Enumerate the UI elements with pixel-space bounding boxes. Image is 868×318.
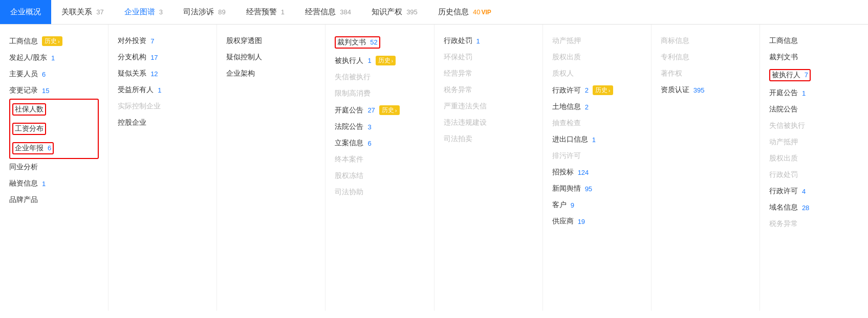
item-count: 52 — [370, 38, 377, 46]
tab-relation[interactable]: 关联关系 37 — [51, 0, 114, 24]
menu-item-bizinfo-col-4[interactable]: 土地信息 2 — [552, 99, 642, 115]
menu-item-judicial-col-5[interactable]: 法院公告 3 — [335, 119, 424, 135]
item-label: 工商信息 — [769, 36, 798, 46]
item-label: 行政许可 — [769, 187, 798, 196]
menu-item-history-col-2[interactable]: 被执行人 7 — [769, 65, 859, 85]
menu-item-relation-col-4: 实际控制企业 — [118, 98, 207, 115]
menu-item-graph-col-1[interactable]: 疑似控制人 — [226, 49, 316, 65]
item-label: 立案信息 — [335, 139, 363, 148]
menu-item-graph-col-2[interactable]: 企业架构 — [226, 65, 316, 82]
menu-item-history-col-10[interactable]: 域名信息 28 — [769, 199, 859, 216]
item-count: 6 — [367, 140, 371, 147]
item-count: 1 — [802, 89, 806, 97]
tab-graph[interactable]: 企业图谱 3 — [114, 0, 173, 24]
history-badge[interactable]: 历史› — [379, 105, 400, 115]
item-count: 7 — [150, 37, 154, 45]
item-label: 失信被执行 — [769, 121, 805, 130]
history-badge[interactable]: 历史› — [376, 56, 396, 65]
menu-item-overview-6[interactable]: 企业年报 6 — [12, 139, 96, 158]
item-label: 资质认证 — [661, 85, 689, 95]
history-badge[interactable]: 历史› — [42, 36, 62, 46]
tab-judicial[interactable]: 司法涉诉 89 — [173, 0, 236, 24]
item-label: 实际控制企业 — [118, 102, 161, 111]
menu-item-relation-col-0[interactable]: 对外投资 7 — [118, 33, 207, 49]
menu-item-judicial-col-6[interactable]: 立案信息 6 — [335, 135, 424, 151]
menu-item-bizinfo-col-6[interactable]: 进出口信息 1 — [552, 131, 642, 148]
column-history-col: 工商信息裁判文书被执行人 7开庭公告 1法院公告失信被执行动产抵押股权出质行政处… — [760, 25, 868, 311]
item-label: 动产抵押 — [552, 36, 581, 46]
column-bizinfo-col: 动产抵押股权出质质权人行政许可 2 历史›土地信息 2抽查检查进出口信息 1排污… — [543, 25, 652, 311]
item-count: 27 — [367, 106, 375, 114]
menu-item-overview-4[interactable]: 社保人数 — [12, 100, 96, 119]
arrow-icon: › — [395, 107, 397, 113]
menu-item-bizinfo-col-9[interactable]: 新闻舆情 95 — [552, 180, 642, 197]
menu-item-judicial-col-3: 限制高消费 — [335, 85, 424, 102]
item-label: 裁判文书 — [769, 53, 798, 62]
menu-item-relation-col-5[interactable]: 控股企业 — [118, 115, 207, 131]
item-label: 税务异常 — [769, 219, 798, 229]
menu-item-overview-7[interactable]: 同业分析 — [9, 159, 99, 175]
item-label: 严重违法失信 — [444, 102, 487, 111]
item-label: 同业分析 — [9, 163, 38, 172]
menu-item-history-col-4[interactable]: 法院公告 — [769, 101, 859, 118]
tab-bizinfo[interactable]: 经营信息 384 — [295, 0, 361, 24]
column-graph-col: 股权穿透图疑似控制人企业架构 — [217, 25, 326, 311]
item-label: 法院公告 — [335, 122, 363, 131]
tab-ip[interactable]: 知识产权 395 — [361, 0, 428, 24]
item-label: 域名信息 — [769, 203, 798, 212]
menu-item-judicial-col-9: 司法协助 — [335, 184, 424, 200]
menu-item-judicial-col-4[interactable]: 开庭公告 27 历史› — [335, 102, 424, 119]
item-count: 2 — [585, 86, 589, 94]
tab-history[interactable]: 历史信息 40VIP — [428, 0, 502, 24]
item-label: 商标信息 — [661, 36, 689, 46]
tab-warning[interactable]: 经营预警 1 — [236, 0, 295, 24]
menu-item-overview-2[interactable]: 主要人员 6 — [9, 66, 99, 82]
menu-item-bizinfo-col-10[interactable]: 客户 9 — [552, 197, 642, 213]
menu-item-graph-col-0[interactable]: 股权穿透图 — [226, 33, 316, 49]
menu-item-warning-col-0[interactable]: 行政处罚 1 — [444, 33, 533, 49]
item-label: 著作权 — [661, 69, 682, 78]
item-count: 1 — [42, 180, 46, 188]
item-count: 17 — [150, 54, 158, 61]
tab-overview[interactable]: 企业概况 — [0, 0, 51, 24]
menu-item-history-col-0[interactable]: 工商信息 — [769, 33, 859, 49]
menu-item-bizinfo-col-8[interactable]: 招投标 124 — [552, 164, 642, 180]
item-label: 受益所有人 — [118, 85, 154, 95]
item-count: 395 — [693, 86, 705, 94]
menu-item-history-col-6: 动产抵押 — [769, 134, 859, 150]
item-label: 司法协助 — [335, 188, 363, 197]
item-label: 开庭公告 — [769, 88, 798, 98]
column-relation-col: 对外投资 7分支机构 17疑似关系 12受益所有人 1实际控制企业控股企业 — [108, 25, 217, 311]
column-warning-col: 行政处罚 1环保处罚经营异常税务异常严重违法失信违法违规建设司法拍卖 — [435, 25, 543, 311]
menu-item-judicial-col-1[interactable]: 被执行人 1 历史› — [335, 52, 424, 69]
item-label: 客户 — [552, 200, 567, 210]
menu-item-overview-9[interactable]: 品牌产品 — [9, 192, 99, 208]
menu-item-history-col-1[interactable]: 裁判文书 — [769, 49, 859, 65]
item-count: 6 — [48, 144, 51, 152]
menu-item-overview-8[interactable]: 融资信息 1 — [9, 175, 99, 192]
item-count: 1 — [476, 37, 480, 45]
menu-item-ip-col-3[interactable]: 资质认证 395 — [661, 82, 750, 98]
menu-item-history-col-9[interactable]: 行政许可 4 — [769, 183, 859, 199]
menu-item-bizinfo-col-11[interactable]: 供应商 19 — [552, 213, 642, 230]
history-badge[interactable]: 历史› — [593, 85, 613, 95]
item-count: 1 — [51, 54, 55, 62]
item-label: 股权穿透图 — [226, 36, 262, 46]
menu-item-relation-col-2[interactable]: 疑似关系 12 — [118, 65, 207, 82]
item-label: 股权出质 — [769, 154, 798, 163]
menu-item-overview-1[interactable]: 发起人/股东 1 — [9, 50, 99, 66]
menu-item-relation-col-3[interactable]: 受益所有人 1 — [118, 82, 207, 98]
menu-item-overview-0[interactable]: 工商信息 历史› — [9, 33, 99, 50]
menu-item-relation-col-1[interactable]: 分支机构 17 — [118, 49, 207, 65]
menu-item-bizinfo-col-3[interactable]: 行政许可 2 历史› — [552, 82, 642, 99]
item-label: 疑似关系 — [118, 69, 146, 78]
item-count: 4 — [802, 188, 806, 195]
item-label: 违法违规建设 — [444, 118, 487, 127]
item-label: 主要人员 — [9, 70, 38, 79]
item-count: 9 — [571, 201, 574, 209]
menu-item-judicial-col-0[interactable]: 裁判文书 52 — [335, 33, 424, 52]
menu-item-overview-5[interactable]: 工资分布 — [12, 119, 96, 139]
menu-item-history-col-3[interactable]: 开庭公告 1 — [769, 85, 859, 101]
item-label: 终本案件 — [335, 155, 363, 164]
menu-item-overview-3[interactable]: 变更记录 15 — [9, 82, 99, 99]
